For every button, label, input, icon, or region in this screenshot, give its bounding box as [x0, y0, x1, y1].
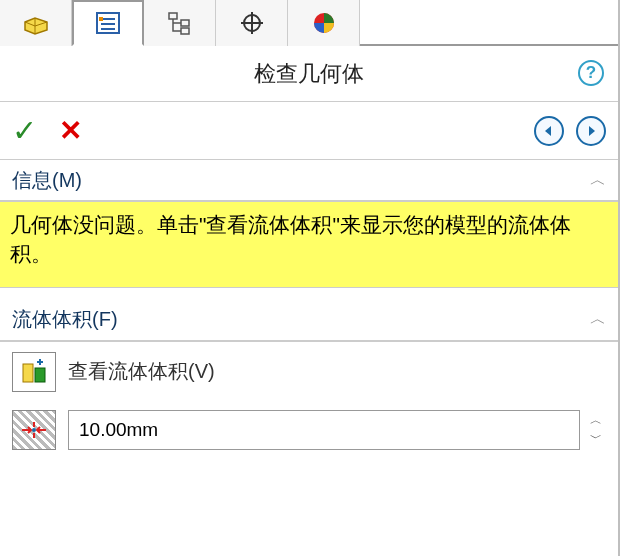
arrow-right-icon: [584, 124, 598, 138]
fluid-volume-icon: [19, 358, 49, 386]
chevron-up-icon: ︿: [590, 170, 606, 191]
help-icon: ?: [586, 63, 596, 83]
section-fluid-header[interactable]: 流体体积(F) ︿: [0, 300, 618, 342]
cancel-button[interactable]: ✕: [59, 114, 82, 147]
svg-rect-6: [181, 20, 189, 26]
resolution-input[interactable]: 10.00mm: [68, 410, 580, 450]
ok-button[interactable]: ✓: [12, 113, 37, 148]
spinner-down[interactable]: ﹀: [586, 430, 606, 448]
svg-point-14: [32, 428, 36, 432]
title-row: 检查几何体 ?: [0, 46, 618, 102]
tab-feature[interactable]: [0, 0, 72, 46]
resolution-value: 10.00mm: [79, 419, 158, 441]
svg-rect-13: [35, 368, 45, 382]
target-icon: [237, 10, 267, 36]
action-row: ✓ ✕: [0, 102, 618, 160]
block-icon: [21, 10, 51, 36]
tab-row: [0, 0, 618, 46]
resolution-icon: [19, 419, 49, 441]
pie-icon: [310, 10, 338, 36]
fluid-body: 查看流体体积(V) 10.00mm ︿ ﹀: [0, 342, 618, 478]
property-icon: [93, 10, 123, 36]
section-info-label: 信息(M): [12, 167, 82, 194]
spinner: ︿ ﹀: [586, 412, 606, 448]
section-info-header[interactable]: 信息(M) ︿: [0, 160, 618, 202]
svg-rect-4: [99, 17, 103, 21]
svg-rect-5: [169, 13, 177, 19]
view-fluid-row: 查看流体体积(V): [12, 352, 606, 392]
chevron-up-icon: ︿: [590, 309, 606, 330]
tab-appearance[interactable]: [288, 0, 360, 46]
nav-next-button[interactable]: [576, 116, 606, 146]
tree-icon: [165, 10, 195, 36]
tab-target[interactable]: [216, 0, 288, 46]
info-message: 几何体没问题。单击"查看流体体积"来显示您的模型的流体体积。: [0, 202, 618, 288]
page-title: 检查几何体: [254, 59, 364, 89]
svg-rect-12: [23, 364, 33, 382]
nav-prev-button[interactable]: [534, 116, 564, 146]
view-fluid-label: 查看流体体积(V): [68, 358, 215, 385]
tab-property[interactable]: [72, 0, 144, 46]
value-row: 10.00mm ︿ ﹀: [12, 410, 606, 450]
section-fluid-label: 流体体积(F): [12, 306, 118, 333]
svg-rect-7: [181, 28, 189, 34]
tab-tree[interactable]: [144, 0, 216, 46]
arrow-left-icon: [542, 124, 556, 138]
resolution-icon-box: [12, 410, 56, 450]
help-button[interactable]: ?: [578, 60, 604, 86]
view-fluid-button[interactable]: [12, 352, 56, 392]
spinner-up[interactable]: ︿: [586, 412, 606, 430]
